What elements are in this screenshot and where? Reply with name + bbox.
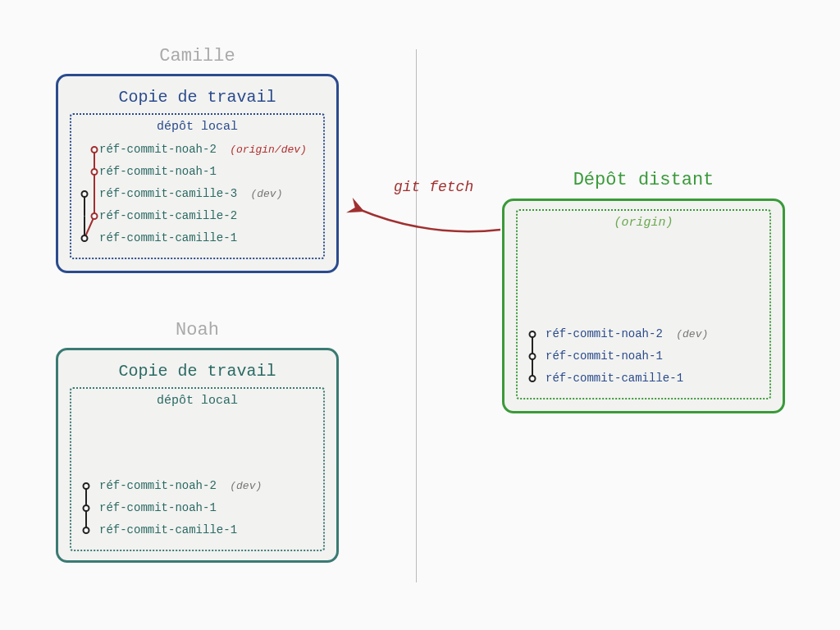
remote-inner: (origin) réf-commit-noah-2 (dev) réf-com… xyxy=(516,209,771,399)
svg-point-8 xyxy=(92,213,98,219)
remote-commit-list: réf-commit-noah-2 (dev) réf-commit-noah-… xyxy=(526,323,761,390)
commit-row: réf-commit-noah-2 (origin/dev) xyxy=(99,139,315,161)
commit-row: réf-commit-camille-1 xyxy=(99,227,315,249)
commit-row: réf-commit-noah-2 (dev) xyxy=(546,323,761,345)
noah-panel: Copie de travail dépôt local réf-commit-… xyxy=(56,348,339,563)
commit-row: réf-commit-noah-1 xyxy=(99,497,315,519)
camille-graph xyxy=(80,139,99,249)
center-divider xyxy=(416,49,417,582)
commit-ref: réf-commit-noah-2 xyxy=(99,479,217,492)
remote-panel: (origin) réf-commit-noah-2 (dev) réf-com… xyxy=(502,199,785,413)
commit-row: réf-commit-camille-1 xyxy=(99,519,315,541)
remote-inner-title: (origin) xyxy=(526,216,761,230)
noah-commit-list: réf-commit-noah-2 (dev) réf-commit-noah-… xyxy=(80,475,315,541)
commit-ref: réf-commit-camille-1 xyxy=(99,523,237,536)
svg-point-7 xyxy=(82,191,88,197)
noah-inner-title: dépôt local xyxy=(80,394,315,408)
camille-local-repo: dépôt local xyxy=(70,113,325,259)
commit-row: réf-commit-camille-3 (dev) xyxy=(99,183,315,205)
commit-ref: réf-commit-noah-1 xyxy=(99,165,217,178)
commit-ref: réf-commit-camille-3 xyxy=(99,187,237,200)
commit-row: réf-commit-camille-1 xyxy=(546,368,761,390)
commit-tag: (dev) xyxy=(676,328,708,340)
svg-point-12 xyxy=(84,483,89,489)
noah-local-repo: dépôt local réf-commit-noah-2 (dev) réf-… xyxy=(70,387,325,551)
svg-point-13 xyxy=(84,505,89,511)
svg-point-9 xyxy=(82,235,88,241)
commit-ref: réf-commit-camille-1 xyxy=(546,372,683,385)
commit-row: réf-commit-noah-1 xyxy=(99,161,315,183)
commit-ref: réf-commit-noah-2 xyxy=(99,143,217,156)
commit-row: réf-commit-camille-2 xyxy=(99,205,315,227)
commit-ref: réf-commit-noah-1 xyxy=(546,349,663,363)
noah-title: Noah xyxy=(56,320,339,340)
camille-panel-title: Copie de travail xyxy=(70,88,325,107)
svg-point-18 xyxy=(530,354,536,359)
commit-ref: réf-commit-noah-2 xyxy=(546,327,663,340)
camille-commit-list: réf-commit-noah-2 (origin/dev) réf-commi… xyxy=(80,139,315,249)
svg-point-14 xyxy=(84,527,89,533)
svg-point-17 xyxy=(530,331,536,337)
fetch-label: git fetch xyxy=(394,179,473,195)
remote-title: Dépôt distant xyxy=(502,170,785,190)
commit-ref: réf-commit-camille-2 xyxy=(99,209,237,222)
svg-point-19 xyxy=(530,376,536,381)
camille-title: Camille xyxy=(56,46,339,66)
camille-inner-title: dépôt local xyxy=(80,120,315,134)
commit-ref: réf-commit-noah-1 xyxy=(99,501,217,514)
commit-row: réf-commit-noah-1 xyxy=(546,345,761,368)
commit-tag: (dev) xyxy=(230,480,262,492)
svg-point-6 xyxy=(92,169,98,175)
commit-ref: réf-commit-camille-1 xyxy=(99,231,237,244)
commit-tag: (dev) xyxy=(250,188,282,200)
noah-panel-title: Copie de travail xyxy=(70,362,325,381)
commit-tag: (origin/dev) xyxy=(230,144,307,156)
noah-graph xyxy=(80,475,99,541)
remote-graph xyxy=(526,323,546,390)
commit-row: réf-commit-noah-2 (dev) xyxy=(99,475,315,497)
camille-panel: Copie de travail dépôt local xyxy=(56,74,339,273)
svg-point-5 xyxy=(92,147,98,153)
